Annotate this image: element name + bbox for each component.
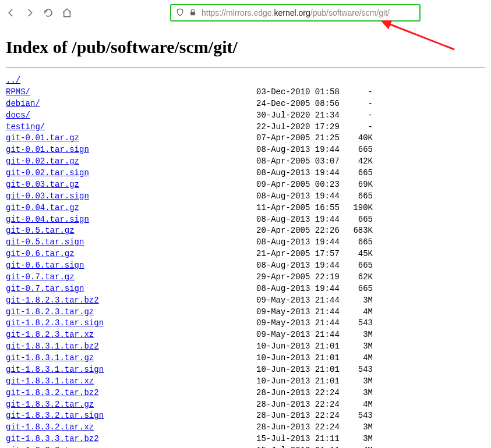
list-item: debian/24-Dec-2005 08:56- xyxy=(6,98,485,110)
file-size: 543 xyxy=(344,410,373,422)
file-link[interactable]: git-1.8.2.3.tar.bz2 xyxy=(6,296,99,305)
file-size: 190K xyxy=(344,202,373,214)
file-size: 3M xyxy=(344,341,373,353)
file-date: 08-Aug-2013 19:44 xyxy=(256,214,344,226)
file-date: 15-Jul-2013 21:11 xyxy=(256,445,344,448)
file-link[interactable]: git-1.8.3.1.tar.xz xyxy=(6,376,94,386)
file-link[interactable]: git-0.01.tar.gz xyxy=(6,133,79,143)
file-link[interactable]: git-0.6.tar.gz xyxy=(6,249,75,258)
file-size: 69K xyxy=(344,179,373,191)
file-link[interactable]: git-0.7.tar.sign xyxy=(6,284,84,293)
url-text: https://mirrors.edge.kernel.org/pub/soft… xyxy=(202,8,390,17)
file-date: 08-Aug-2013 19:44 xyxy=(256,237,344,248)
list-item: git-0.03.tar.sign08-Aug-2013 19:44665 xyxy=(6,191,485,202)
file-link[interactable]: git-1.8.3.3.tar.bz2 xyxy=(6,434,99,443)
file-link[interactable]: git-0.02.tar.sign xyxy=(6,168,89,177)
file-link[interactable]: git-1.8.2.3.tar.xz xyxy=(6,330,94,339)
file-link[interactable]: git-0.5.tar.sign xyxy=(6,237,84,247)
file-link[interactable]: git-1.8.3.2.tar.bz2 xyxy=(6,388,99,397)
file-link[interactable]: git-0.01.tar.sign xyxy=(6,145,89,154)
list-item: git-1.8.2.3.tar.xz09-May-2013 21:443M xyxy=(6,329,485,341)
file-date: 28-Jun-2013 22:24 xyxy=(256,399,344,411)
file-link[interactable]: git-0.04.tar.gz xyxy=(6,203,79,212)
file-date xyxy=(256,75,344,87)
file-link[interactable]: ../ xyxy=(6,76,20,85)
file-date: 11-Apr-2005 16:55 xyxy=(256,202,344,214)
file-size: - xyxy=(344,110,373,122)
file-date: 09-May-2013 21:44 xyxy=(256,318,344,329)
file-link[interactable]: debian/ xyxy=(6,99,40,108)
file-date: 24-Dec-2005 08:56 xyxy=(256,98,344,110)
file-size: - xyxy=(344,122,373,133)
file-date: 29-Apr-2005 22:19 xyxy=(256,272,344,283)
list-item: git-1.8.3.1.tar.xz10-Jun-2013 21:013M xyxy=(6,376,485,387)
list-item: git-0.04.tar.gz11-Apr-2005 16:55190K xyxy=(6,202,485,214)
file-size: 665 xyxy=(344,214,373,226)
file-link[interactable]: git-0.7.tar.gz xyxy=(6,272,75,282)
file-link[interactable]: git-1.8.3.3.tar.gz xyxy=(6,446,94,448)
file-size: 4M xyxy=(344,307,373,318)
file-date: 03-Dec-2010 01:58 xyxy=(256,87,344,98)
lock-icon xyxy=(189,8,197,18)
url-path: /pub/software/scm/git/ xyxy=(310,8,390,17)
file-date: 09-May-2013 21:44 xyxy=(256,307,344,318)
list-item: git-0.04.tar.sign08-Aug-2013 19:44665 xyxy=(6,214,485,226)
file-link[interactable]: docs/ xyxy=(6,111,30,120)
reload-icon[interactable] xyxy=(43,8,54,18)
home-icon[interactable] xyxy=(62,8,72,18)
file-size: 4M xyxy=(344,445,373,448)
file-date: 28-Jun-2013 22:24 xyxy=(256,387,344,399)
list-item: git-0.7.tar.gz29-Apr-2005 22:1962K xyxy=(6,272,485,283)
list-item: ../ xyxy=(6,75,485,87)
file-size: 665 xyxy=(344,237,373,248)
browser-toolbar: https://mirrors.edge.kernel.org/pub/soft… xyxy=(0,0,491,26)
list-item: git-0.01.tar.sign08-Aug-2013 19:44665 xyxy=(6,144,485,156)
list-item: git-1.8.2.3.tar.bz209-May-2013 21:443M xyxy=(6,295,485,307)
file-link[interactable]: git-1.8.3.1.tar.sign xyxy=(6,365,104,374)
file-link[interactable]: git-1.8.3.1.tar.bz2 xyxy=(6,342,99,351)
file-size xyxy=(344,75,373,87)
file-date: 08-Aug-2013 19:44 xyxy=(256,144,344,156)
file-link[interactable]: git-0.5.tar.gz xyxy=(6,226,75,235)
list-item: git-1.8.3.3.tar.gz15-Jul-2013 21:114M xyxy=(6,445,485,448)
file-link[interactable]: git-0.03.tar.sign xyxy=(6,191,89,201)
file-link[interactable]: git-0.04.tar.sign xyxy=(6,215,89,224)
file-date: 15-Jul-2013 21:11 xyxy=(256,433,344,445)
file-date: 10-Jun-2013 21:01 xyxy=(256,341,344,353)
list-item: git-0.01.tar.gz07-Apr-2005 21:2540K xyxy=(6,133,485,144)
file-date: 08-Aug-2013 19:44 xyxy=(256,191,344,202)
file-size: 62K xyxy=(344,272,373,283)
file-size: 3M xyxy=(344,295,373,307)
file-link[interactable]: testing/ xyxy=(6,122,45,131)
file-link[interactable]: git-1.8.3.2.tar.xz xyxy=(6,422,94,432)
file-size: 4M xyxy=(344,399,373,411)
list-item: git-1.8.3.2.tar.gz28-Jun-2013 22:244M xyxy=(6,399,485,411)
file-link[interactable]: git-0.03.tar.gz xyxy=(6,180,79,189)
list-item: git-0.02.tar.sign08-Aug-2013 19:44665 xyxy=(6,168,485,179)
file-link[interactable]: git-1.8.3.2.tar.sign xyxy=(6,411,104,420)
file-size: 543 xyxy=(344,364,373,376)
forward-icon[interactable] xyxy=(24,8,35,18)
list-item: docs/30-Jul-2020 21:34- xyxy=(6,110,485,122)
file-size: 40K xyxy=(344,133,373,144)
file-link[interactable]: git-1.8.2.3.tar.gz xyxy=(6,307,94,317)
list-item: git-1.8.3.2.tar.xz28-Jun-2013 22:243M xyxy=(6,422,485,433)
list-item: git-0.7.tar.sign08-Aug-2013 19:44665 xyxy=(6,283,485,295)
url-domain: kernel.org xyxy=(274,8,310,17)
file-link[interactable]: git-0.02.tar.gz xyxy=(6,157,79,166)
file-link[interactable]: git-1.8.3.1.tar.gz xyxy=(6,353,94,362)
file-link[interactable]: git-1.8.3.2.tar.gz xyxy=(6,400,94,409)
url-prefix: https://mirrors.edge. xyxy=(202,8,274,17)
file-link[interactable]: RPMS/ xyxy=(6,87,30,97)
list-item: RPMS/03-Dec-2010 01:58- xyxy=(6,87,485,98)
divider xyxy=(6,67,485,68)
address-bar[interactable]: https://mirrors.edge.kernel.org/pub/soft… xyxy=(170,4,421,22)
back-icon[interactable] xyxy=(6,8,16,18)
file-link[interactable]: git-0.6.tar.sign xyxy=(6,261,84,270)
shield-icon xyxy=(176,8,184,18)
file-date: 09-May-2013 21:44 xyxy=(256,329,344,341)
file-size: 45K xyxy=(344,248,373,260)
file-size: 665 xyxy=(344,144,373,156)
file-size: - xyxy=(344,98,373,110)
file-link[interactable]: git-1.8.2.3.tar.sign xyxy=(6,318,104,328)
